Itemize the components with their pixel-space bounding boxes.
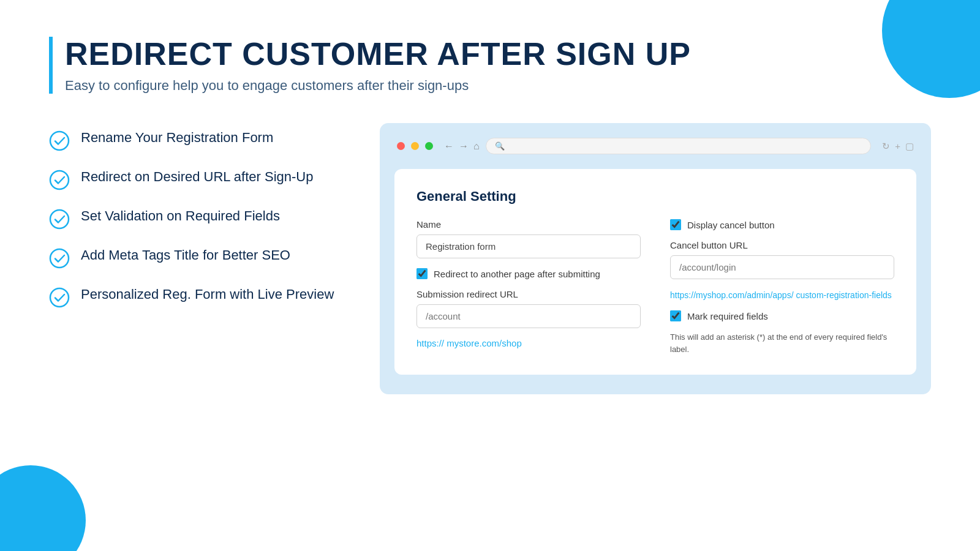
svg-point-1 (50, 171, 69, 189)
name-label: Name (417, 219, 641, 230)
feature-text-3: Set Validation on Required Fields (81, 208, 280, 225)
svg-point-0 (50, 132, 69, 150)
cancel-url-input[interactable] (670, 255, 894, 279)
display-cancel-row[interactable]: Display cancel button (670, 219, 894, 230)
svg-point-2 (50, 210, 69, 228)
card-body: Name Redirect to another page after subm… (417, 219, 894, 355)
browser-mockup: ← → ⌂ 🔍 ↻ + ▢ General Setting (380, 123, 931, 394)
address-bar[interactable]: 🔍 (486, 138, 872, 154)
mark-required-checkbox[interactable] (670, 310, 681, 321)
check-icon-5 (49, 287, 70, 308)
svg-point-4 (50, 288, 69, 307)
redirect-checkbox-label: Redirect to another page after submittin… (434, 269, 600, 279)
dot-yellow[interactable] (411, 142, 419, 150)
two-col-layout: Rename Your Registration Form Redirect o… (49, 123, 931, 394)
forward-icon[interactable]: → (459, 141, 469, 152)
page-title: REDIRECT CUSTOMER AFTER SIGN UP (65, 37, 931, 72)
app-link[interactable]: https://myshop.com/admin/apps/ custom-re… (670, 289, 894, 302)
nav-icons: ← → ⌂ (444, 141, 480, 152)
check-icon-4 (49, 248, 70, 269)
feature-text-1: Rename Your Registration Form (81, 129, 273, 147)
card-right: Display cancel button Cancel button URL … (670, 219, 894, 355)
dot-red[interactable] (397, 142, 405, 150)
home-icon[interactable]: ⌂ (473, 141, 480, 152)
mark-required-label: Mark required fields (687, 311, 768, 321)
cancel-url-label: Cancel button URL (670, 240, 894, 250)
dot-green[interactable] (425, 142, 433, 150)
more-icon[interactable]: ▢ (905, 141, 914, 152)
add-tab-icon[interactable]: + (895, 141, 900, 152)
refresh-icon[interactable]: ↻ (882, 141, 890, 152)
feature-text-2: Redirect on Desired URL after Sign-Up (81, 168, 313, 186)
name-input[interactable] (417, 234, 641, 258)
mark-required-row[interactable]: Mark required fields (670, 310, 894, 321)
list-item: Personalized Reg. Form with Live Preview (49, 286, 343, 308)
svg-point-3 (50, 249, 69, 268)
feature-list: Rename Your Registration Form Redirect o… (49, 123, 343, 308)
submission-redirect-label: Submission redirect URL (417, 289, 641, 299)
card-left: Name Redirect to another page after subm… (417, 219, 641, 355)
redirect-checkbox-row[interactable]: Redirect to another page after submittin… (417, 268, 641, 279)
feature-text-4: Add Meta Tags Title for Better SEO (81, 247, 290, 264)
display-cancel-label: Display cancel button (687, 220, 775, 230)
feature-text-5: Personalized Reg. Form with Live Preview (81, 286, 334, 304)
list-item: Add Meta Tags Title for Better SEO (49, 247, 343, 269)
check-icon-1 (49, 130, 70, 151)
display-cancel-checkbox[interactable] (670, 219, 681, 230)
redirect-checkbox[interactable] (417, 268, 428, 279)
card-title: General Setting (417, 189, 894, 204)
check-icon-3 (49, 209, 70, 230)
list-item: Rename Your Registration Form (49, 129, 343, 151)
heading-block: REDIRECT CUSTOMER AFTER SIGN UP Easy to … (49, 37, 931, 94)
browser-actions: ↻ + ▢ (882, 141, 914, 152)
submission-redirect-input[interactable] (417, 304, 641, 328)
list-item: Set Validation on Required Fields (49, 208, 343, 230)
settings-card: General Setting Name Redirect to another… (394, 169, 916, 375)
required-helper-text: This will add an asterisk (*) at the end… (670, 331, 894, 355)
browser-chrome: ← → ⌂ 🔍 ↻ + ▢ (390, 133, 921, 159)
back-icon[interactable]: ← (444, 141, 454, 152)
page-subtitle: Easy to configure help you to engage cus… (65, 78, 931, 94)
search-icon: 🔍 (495, 141, 505, 151)
mystore-link[interactable]: https:// mystore.com/shop (417, 338, 522, 348)
check-icon-2 (49, 170, 70, 190)
deco-circle-bottom-left (0, 465, 86, 551)
list-item: Redirect on Desired URL after Sign-Up (49, 168, 343, 190)
